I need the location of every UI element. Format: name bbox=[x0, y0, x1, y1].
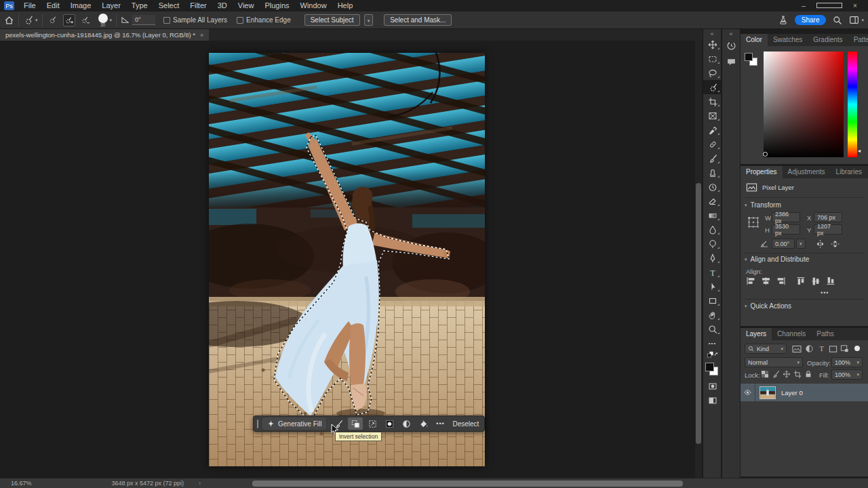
height-field[interactable]: 3530 px bbox=[772, 224, 800, 235]
lock-transparency-icon[interactable] bbox=[761, 370, 769, 378]
dodge-tool[interactable] bbox=[703, 237, 722, 251]
lock-pixels-icon[interactable] bbox=[772, 370, 780, 378]
enhance-edge-checkbox[interactable]: Enhance Edge bbox=[237, 16, 291, 24]
tab-adjustments[interactable]: Adjustments bbox=[783, 166, 831, 178]
tab-color[interactable]: Color bbox=[741, 34, 768, 46]
pen-tool[interactable] bbox=[703, 251, 722, 265]
filter-adjustment-layers-icon[interactable] bbox=[805, 344, 814, 353]
layer-visibility-toggle[interactable] bbox=[741, 384, 755, 401]
flip-horizontal-icon[interactable] bbox=[815, 239, 825, 249]
crop-tool[interactable] bbox=[703, 94, 722, 108]
opacity-dropdown[interactable]: 100%▾ bbox=[831, 357, 863, 367]
blend-mode-dropdown[interactable]: Normal▾ bbox=[745, 357, 803, 367]
menu-file[interactable]: File bbox=[18, 0, 41, 12]
invert-selection-button[interactable] bbox=[348, 418, 363, 430]
reference-point-icon[interactable] bbox=[747, 216, 760, 228]
hue-slider-marker[interactable]: ◂ bbox=[858, 148, 861, 154]
color-saturation-brightness-field[interactable] bbox=[764, 52, 844, 157]
canvas-pasteboard[interactable]: Generative Fill ••• Deselect Invert sele… bbox=[0, 41, 703, 478]
taskbar-drag-handle[interactable] bbox=[257, 420, 258, 428]
select-subject-button[interactable]: Select Subject bbox=[304, 14, 360, 26]
tab-libraries[interactable]: Libraries bbox=[831, 166, 867, 178]
tab-patterns[interactable]: Patterns bbox=[848, 34, 868, 46]
horizontal-scrollbar-thumb[interactable] bbox=[252, 481, 683, 487]
x-field[interactable]: 706 px bbox=[814, 212, 842, 222]
screen-mode-button[interactable] bbox=[703, 393, 722, 407]
align-left-icon[interactable] bbox=[746, 277, 756, 285]
menu-select[interactable]: Select bbox=[153, 0, 185, 12]
tool-preset-picker[interactable]: ▾ bbox=[23, 15, 38, 25]
collapse-tools-icon[interactable]: « bbox=[703, 29, 721, 37]
tab-layers[interactable]: Layers bbox=[741, 328, 772, 340]
create-adjustment-button[interactable] bbox=[399, 418, 414, 430]
frame-tool[interactable] bbox=[703, 108, 722, 123]
move-tool[interactable] bbox=[703, 37, 722, 52]
lasso-tool[interactable] bbox=[703, 66, 722, 80]
clone-stamp-tool[interactable] bbox=[703, 165, 722, 180]
eyedropper-tool[interactable] bbox=[703, 123, 722, 137]
foreground-color-swatch[interactable] bbox=[705, 363, 714, 371]
lock-artboard-icon[interactable] bbox=[793, 370, 802, 378]
spot-healing-brush-tool[interactable] bbox=[703, 137, 722, 151]
window-close-button[interactable]: × bbox=[842, 0, 868, 12]
collapse-panels-icon[interactable]: « bbox=[722, 29, 740, 37]
quick-mask-mode-button[interactable] bbox=[703, 379, 722, 393]
window-restore-button[interactable] bbox=[816, 0, 842, 12]
hue-slider[interactable] bbox=[848, 52, 857, 157]
menu-view[interactable]: View bbox=[233, 0, 260, 12]
blur-tool[interactable] bbox=[703, 222, 722, 237]
rectangular-marquee-tool[interactable] bbox=[703, 52, 722, 66]
filtering-toggle[interactable] bbox=[854, 346, 860, 351]
brush-size-picker[interactable]: 30 ▾ bbox=[98, 14, 113, 27]
layer-filter-kind-dropdown[interactable]: Kind ▾ bbox=[745, 344, 787, 354]
menu-edit[interactable]: Edit bbox=[41, 0, 65, 12]
deselect-button[interactable]: Deselect bbox=[452, 420, 479, 428]
zoom-tool[interactable] bbox=[703, 322, 722, 336]
menu-type[interactable]: Type bbox=[126, 0, 153, 12]
y-field[interactable]: 1207 px bbox=[814, 224, 842, 235]
gradient-tool[interactable] bbox=[703, 208, 722, 222]
filter-smart-objects-icon[interactable] bbox=[840, 344, 849, 353]
document-tab[interactable]: pexels-wellington-cunha-1918445.jpg @ 16… bbox=[0, 29, 209, 41]
filter-type-layers-icon[interactable]: T bbox=[817, 344, 826, 353]
align-right-icon[interactable] bbox=[776, 277, 786, 285]
history-brush-tool[interactable] bbox=[703, 180, 722, 194]
history-panel-icon[interactable] bbox=[722, 37, 741, 54]
transform-section-header[interactable]: Transform bbox=[751, 201, 781, 209]
default-and-swap-colors[interactable] bbox=[703, 350, 722, 360]
eraser-tool[interactable] bbox=[703, 194, 722, 208]
select-subject-dropdown[interactable]: ▾ bbox=[364, 14, 374, 26]
transform-selection-button[interactable] bbox=[365, 418, 380, 430]
color-panel-swatch-pair[interactable] bbox=[745, 53, 761, 69]
menu-plugins[interactable]: Plugins bbox=[259, 0, 294, 12]
feather-selection-button[interactable] bbox=[382, 418, 397, 430]
lock-all-icon[interactable] bbox=[804, 370, 812, 378]
width-field[interactable]: 2386 px bbox=[772, 212, 800, 222]
contextual-taskbar[interactable]: Generative Fill ••• Deselect bbox=[253, 415, 485, 432]
color-picker-marker[interactable] bbox=[763, 152, 768, 157]
align-more-options[interactable]: ••• bbox=[821, 289, 829, 296]
tab-paths[interactable]: Paths bbox=[811, 328, 840, 340]
tab-properties[interactable]: Properties bbox=[741, 166, 783, 178]
fill-dropdown[interactable]: 100%▾ bbox=[831, 369, 863, 380]
layer-row[interactable]: Layer 0 bbox=[741, 384, 868, 401]
select-and-mask-button[interactable]: Select and Mask... bbox=[384, 14, 452, 26]
align-bottom-icon[interactable] bbox=[826, 277, 836, 285]
window-minimize-button[interactable]: – bbox=[791, 0, 816, 12]
brush-angle-control[interactable]: 0° bbox=[121, 15, 155, 25]
foreground-background-color-swatches[interactable] bbox=[703, 360, 722, 379]
document-tab-close-icon[interactable]: × bbox=[200, 32, 203, 39]
sample-all-layers-checkbox[interactable]: Sample All Layers bbox=[163, 16, 227, 24]
menu-window[interactable]: Window bbox=[295, 0, 332, 12]
zoom-level[interactable]: 16.67% bbox=[11, 480, 32, 487]
align-center-vertical-icon[interactable] bbox=[811, 277, 821, 285]
brush-tool[interactable] bbox=[703, 151, 722, 165]
menu-layer[interactable]: Layer bbox=[96, 0, 126, 12]
selection-brush-button[interactable] bbox=[331, 418, 346, 430]
menu-help[interactable]: Help bbox=[332, 0, 359, 12]
angle-field[interactable]: 0.00° bbox=[772, 239, 795, 249]
align-center-horizontal-icon[interactable] bbox=[761, 277, 771, 285]
status-expand-arrow[interactable]: › bbox=[199, 480, 201, 487]
comments-panel-icon[interactable] bbox=[722, 54, 741, 70]
filter-pixel-layers-icon[interactable] bbox=[792, 345, 802, 353]
